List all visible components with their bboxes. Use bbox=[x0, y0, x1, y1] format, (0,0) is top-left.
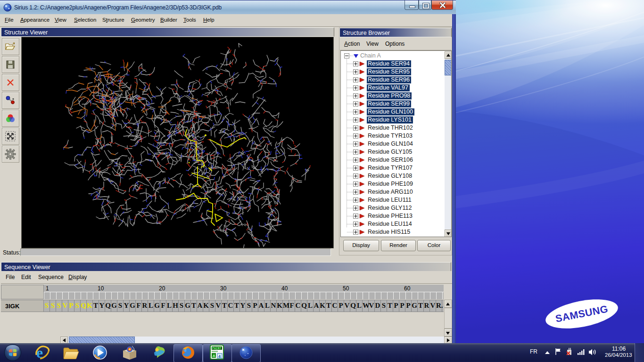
svg-text:PAINT: PAINT bbox=[212, 347, 222, 350]
svg-text:4: 4 bbox=[218, 354, 221, 359]
